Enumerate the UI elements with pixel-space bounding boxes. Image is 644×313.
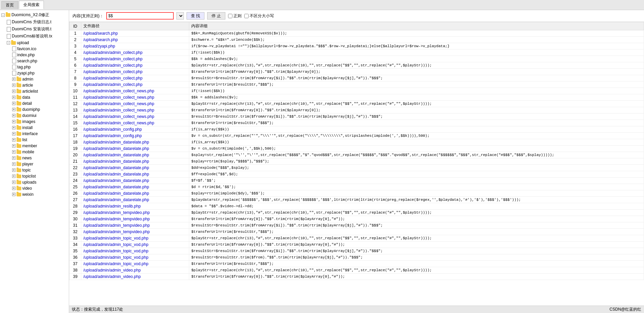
cell-path[interactable]: /upload/admin/admin_collect.php [81, 82, 189, 88]
expand-images[interactable]: + [12, 120, 16, 123]
sidebar-item-file3[interactable]: DuomiCms标签说明.tx [0, 33, 69, 40]
cell-path[interactable]: /upload/admin/admin_datarelate.php [81, 146, 189, 152]
cell-path[interactable]: /upload/admin/admin_config.php [81, 133, 189, 139]
cell-path[interactable]: /upload/admin/admin_datarelate.php [81, 158, 189, 165]
cell-path[interactable]: /upload/admin/admin_datarelate.php [81, 197, 189, 203]
sidebar-item-index[interactable]: index.php [0, 52, 69, 58]
table-row[interactable]: 31/upload/admin/admin_tempvideo.php$resu… [69, 222, 644, 229]
table-row[interactable]: 30/upload/admin/admin_tempvideo.php$tran… [69, 216, 644, 222]
table-row[interactable]: 39/upload/admin/admin_video.php$transfer… [69, 274, 644, 280]
sidebar-item-duomiui[interactable]: + duomiui [0, 113, 69, 119]
sidebar-item-search[interactable]: search.php [0, 58, 69, 64]
expand-topiclist[interactable]: + [12, 175, 16, 178]
cell-path[interactable]: /upload/admin/admin_collect.php [81, 69, 189, 75]
table-row[interactable]: 11/upload/admin/admin_collect_news.php$$… [69, 94, 644, 101]
cell-path[interactable]: /upload/admin/admin_topic_vod.php [81, 261, 189, 267]
cell-path[interactable]: /upload/admin/admin_topic_vod.php [81, 235, 189, 242]
expand-member[interactable]: + [12, 144, 16, 148]
search-input[interactable] [106, 12, 174, 20]
tab-search[interactable]: 全局搜索 [19, 1, 44, 9]
table-row[interactable]: 28/upload/admin/admin_reslib.php$data = … [69, 203, 644, 210]
cell-path[interactable]: /upload/admin/admin_config.php [81, 126, 189, 133]
table-row[interactable]: 27/upload/admin/admin_datarelate.php$pla… [69, 197, 644, 203]
expand-article[interactable]: + [12, 84, 16, 87]
sidebar-item-data[interactable]: + data [0, 94, 69, 100]
expand-topic[interactable]: + [12, 168, 16, 172]
cell-path[interactable]: /upload/admin/admin_datarelate.php [81, 178, 189, 184]
table-row[interactable]: 21/upload/admin/admin_datarelate.php$spl… [69, 158, 644, 165]
table-row[interactable]: 5/upload/admin/admin_collect.php$$k = ad… [69, 56, 644, 62]
cell-path[interactable]: /upload/search.php [81, 37, 189, 43]
table-row[interactable]: 12/upload/admin/admin_collect_news.php$p… [69, 101, 644, 107]
expand-list[interactable]: + [12, 138, 16, 142]
expand-mobile[interactable]: + [12, 150, 16, 154]
table-row[interactable]: 8/upload/admin/admin_collect.php$resultS… [69, 75, 644, 82]
table-row[interactable]: 32/upload/admin/admin_tempvideo.php$tran… [69, 229, 644, 235]
cell-path[interactable]: /upload/search.php [81, 30, 189, 37]
table-row[interactable]: 3/upload/zyapi.phpif($row->v_playdata1 !… [69, 43, 644, 50]
sidebar-item-file1[interactable]: DuomiCms 升级日志.t [0, 19, 69, 26]
cell-path[interactable]: /upload/admin/admin_tempvideo.php [81, 229, 189, 235]
table-row[interactable]: 2/upload/search.php$schwere.= "&$k=".url… [69, 37, 644, 43]
table-row[interactable]: 4/upload/admin/admin_collect.phpif(!isse… [69, 50, 644, 56]
sidebar-item-list[interactable]: + list [0, 137, 69, 143]
table-row[interactable]: 37/upload/admin/admin_topic_vod.php$tran… [69, 261, 644, 267]
cell-path[interactable]: /upload/admin/admin_collect.php [81, 62, 189, 69]
table-row[interactable]: 35/upload/admin/admin_topic_vod.php$resu… [69, 248, 644, 254]
table-row[interactable]: 18/upload/admin/admin_datarelate.phpif(i… [69, 139, 644, 146]
cell-path[interactable]: /upload/zyapi.php [81, 43, 189, 50]
sidebar-item-articlelist[interactable]: + articlelist [0, 88, 69, 94]
table-row[interactable]: 25/upload/admin/admin_datarelate.php$d =… [69, 184, 644, 190]
case-checkbox-label[interactable]: 不区分大小写 [244, 13, 274, 19]
table-row[interactable]: 9/upload/admin/admin_collect.php$transfe… [69, 82, 644, 88]
sidebar-item-weixin[interactable]: + weixin [0, 191, 69, 197]
table-row[interactable]: 17/upload/admin/admin_config.php$v = cn_… [69, 133, 644, 139]
cell-path[interactable]: /upload/admin/admin_datarelate.php [81, 171, 189, 178]
expand-duomiphp[interactable]: + [12, 108, 16, 111]
table-row[interactable]: 16/upload/admin/admin_config.phpif(is_ar… [69, 126, 644, 133]
regex-checkbox-label[interactable]: 正则 [228, 13, 242, 19]
cell-path[interactable]: /upload/admin/admin_datarelate.php [81, 165, 189, 171]
expand-detail[interactable]: + [12, 102, 16, 105]
sidebar-item-interface[interactable]: + interface [0, 131, 69, 137]
sidebar-item-images[interactable]: + images [0, 119, 69, 125]
table-row[interactable]: 14/upload/admin/admin_collect_news.php$r… [69, 114, 644, 120]
table-row[interactable]: 22/upload/admin/admin_datarelate.php$dd=… [69, 165, 644, 171]
expand-weixin[interactable]: + [12, 193, 16, 196]
cell-path[interactable]: /upload/admin/admin_collect_news.php [81, 101, 189, 107]
table-row[interactable]: 34/upload/admin/admin_topic_vod.php$tran… [69, 242, 644, 248]
cell-path[interactable]: /upload/admin/admin_collect.php [81, 50, 189, 56]
expand-news[interactable]: + [12, 156, 16, 160]
table-row[interactable]: 6/upload/admin/admin_collect.php$playStr… [69, 62, 644, 69]
table-row[interactable]: 7/upload/admin/admin_collect.php$transfe… [69, 69, 644, 75]
expand-player[interactable]: + [12, 162, 16, 166]
table-row[interactable]: 26/upload/admin/admin_datarelate.php$spl… [69, 190, 644, 197]
table-row[interactable]: 1/upload/search.php$$k=_RunMagicQuotes(g… [69, 30, 644, 37]
sidebar-item-mobile[interactable]: + mobile [0, 149, 69, 155]
cell-path[interactable]: /upload/admin/admin_datarelate.php [81, 184, 189, 190]
cell-path[interactable]: /upload/admin/admin_topic_vod.php [81, 248, 189, 254]
cell-path[interactable]: /upload/admin/admin_collect.php [81, 75, 189, 82]
expand-video[interactable]: + [12, 187, 16, 190]
cell-path[interactable]: /upload/admin/admin_collect_news.php [81, 120, 189, 126]
expand-duomiui[interactable]: + [12, 114, 16, 117]
cell-path[interactable]: /upload/admin/admin_video.php [81, 267, 189, 274]
expand-upload[interactable]: - [7, 41, 10, 44]
table-row[interactable]: 13/upload/admin/admin_collect_news.php$t… [69, 107, 644, 114]
cell-path[interactable]: /upload/admin/admin_reslib.php [81, 203, 189, 210]
sidebar-item-favicon[interactable]: favicon.ico [0, 46, 69, 52]
table-row[interactable]: 20/upload/admin/admin_datarelate.php$spl… [69, 152, 644, 158]
expand-uploads[interactable]: + [12, 181, 16, 184]
table-row[interactable]: 15/upload/admin/admin_collect_news.php$t… [69, 120, 644, 126]
sidebar-item-topiclist[interactable]: + topiclist [0, 173, 69, 179]
table-row[interactable]: 24/upload/admin/admin_datarelate.php$f=$… [69, 178, 644, 184]
sidebar-item-video[interactable]: + video [0, 185, 69, 191]
cell-path[interactable]: /upload/admin/admin_collect_news.php [81, 94, 189, 101]
regex-checkbox[interactable] [228, 14, 232, 18]
table-row[interactable]: 29/upload/admin/admin_tempvideo.php$play… [69, 210, 644, 216]
search-button[interactable]: 查 找 [187, 12, 204, 20]
expand-interface[interactable]: + [12, 132, 16, 135]
expand-articlelist[interactable]: + [12, 90, 16, 93]
expand-data[interactable]: + [12, 96, 16, 99]
sidebar-item-detail[interactable]: + detail [0, 100, 69, 106]
